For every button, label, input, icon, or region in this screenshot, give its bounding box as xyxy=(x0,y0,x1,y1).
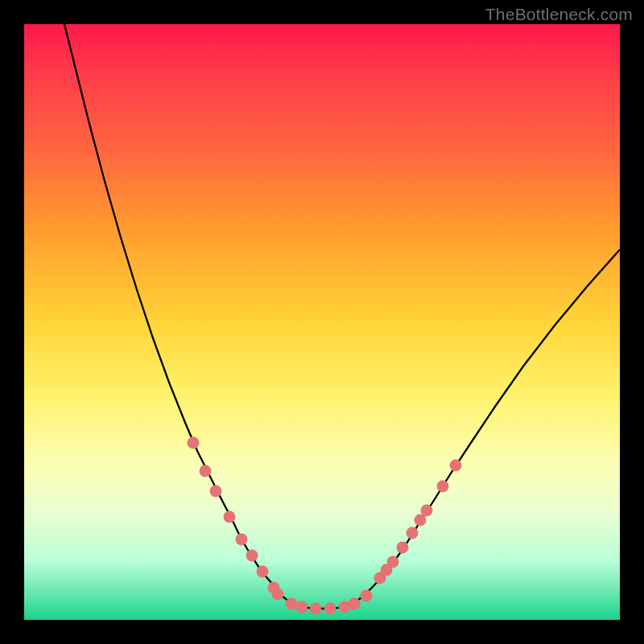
curve-marker xyxy=(188,437,200,449)
curve-marker xyxy=(257,566,269,578)
chart-area xyxy=(24,24,620,620)
curve-marker xyxy=(210,485,222,497)
curve-marker xyxy=(387,556,399,568)
curve-marker xyxy=(310,603,322,615)
curve-marker xyxy=(421,505,433,517)
curve-marker xyxy=(272,588,284,601)
curve-marker xyxy=(286,598,298,610)
watermark-text: TheBottleneck.com xyxy=(485,5,633,24)
curve-marker xyxy=(296,601,308,613)
curve-marker xyxy=(361,590,373,602)
curve-marker xyxy=(200,465,212,477)
curve-marker xyxy=(324,603,336,615)
curve-marker xyxy=(236,534,248,546)
curve-marker xyxy=(397,542,409,554)
curve-markers xyxy=(188,437,462,615)
curve-line xyxy=(64,24,620,609)
curve-marker xyxy=(246,550,258,562)
curve-marker xyxy=(224,511,236,523)
bottleneck-curve-plot xyxy=(24,24,620,620)
curve-marker xyxy=(437,481,449,493)
curve-marker xyxy=(349,598,361,610)
curve-marker xyxy=(407,527,419,539)
curve-marker xyxy=(450,460,462,472)
